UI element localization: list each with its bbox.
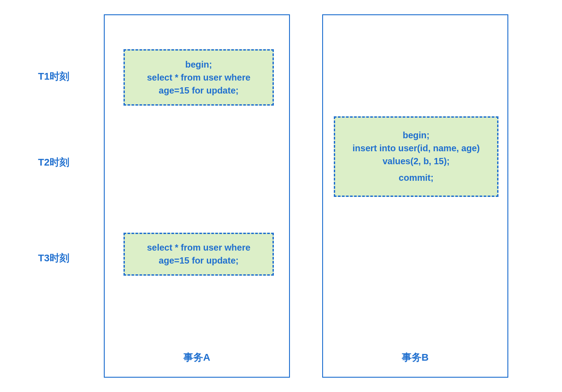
transaction-b-title: 事务B — [323, 351, 507, 364]
tx-b-t2-sql: begin; insert into user(id, name, age) v… — [334, 116, 498, 197]
sql-line: begin; — [403, 129, 430, 142]
sql-line: select * from user where — [147, 71, 250, 84]
sql-line: begin; — [185, 58, 212, 71]
transaction-b-column: begin; insert into user(id, name, age) v… — [322, 14, 508, 378]
sql-line: age=15 for update; — [159, 254, 238, 267]
tx-a-t3-sql: select * from user where age=15 for upda… — [123, 233, 274, 276]
tx-a-t1-sql: begin; select * from user where age=15 f… — [123, 49, 274, 106]
time-label-t2: T2时刻 — [38, 156, 69, 169]
time-label-t1: T1时刻 — [38, 70, 69, 83]
transaction-a-column: begin; select * from user where age=15 f… — [104, 14, 290, 378]
sql-line: age=15 for update; — [159, 84, 238, 97]
sql-line: select * from user where — [147, 241, 250, 254]
transaction-a-title: 事务A — [105, 351, 289, 364]
sql-line: commit; — [399, 171, 434, 184]
sql-line: insert into user(id, name, age) — [353, 142, 480, 155]
transaction-diagram: { "times": { "t1": "T1时刻", "t2": "T2时刻",… — [0, 0, 562, 392]
sql-line: values(2, b, 15); — [383, 155, 450, 168]
time-label-t3: T3时刻 — [38, 251, 69, 265]
